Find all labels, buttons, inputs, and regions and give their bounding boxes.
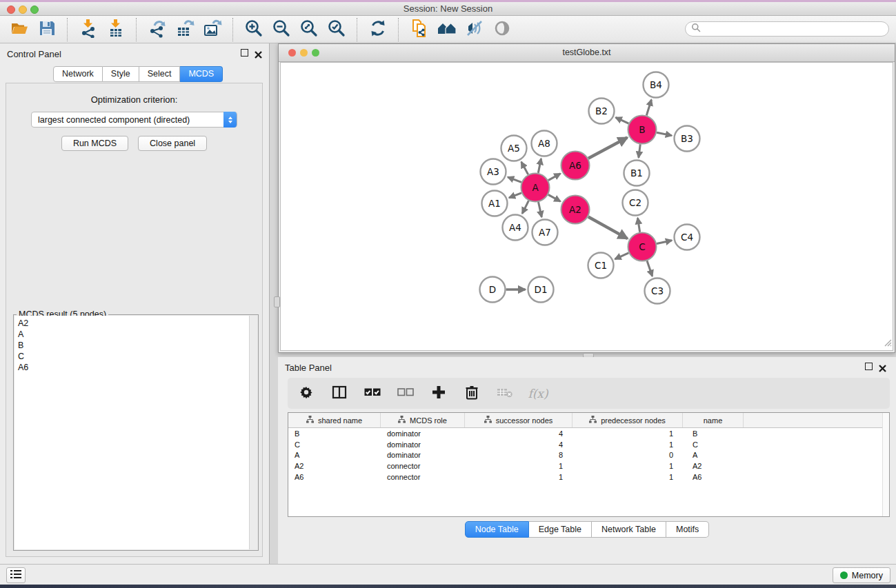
graph-node-D1[interactable]: D1: [528, 277, 554, 303]
zoom-selected-button[interactable]: [324, 18, 349, 41]
column-header-shared-name[interactable]: shared name: [288, 413, 381, 427]
window-resize-grip[interactable]: [882, 337, 892, 349]
mcds-result-item[interactable]: C: [18, 351, 250, 362]
graph-edge-B-B3[interactable]: [657, 132, 672, 135]
function-builder-button[interactable]: f(x): [529, 385, 547, 403]
mcds-result-item[interactable]: A2: [18, 318, 250, 329]
zoom-in-button[interactable]: [241, 18, 266, 41]
graph-node-C1[interactable]: C1: [588, 253, 614, 278]
result-scrollbar[interactable]: [249, 316, 257, 549]
graph-edge-A-A6[interactable]: [548, 174, 561, 181]
column-header-predecessor-nodes[interactable]: predecessor nodes: [573, 413, 683, 427]
table-settings-button[interactable]: [297, 385, 315, 403]
export-image-button[interactable]: [200, 18, 225, 41]
graph-node-B1[interactable]: B1: [624, 161, 650, 186]
tab-network[interactable]: Network: [53, 66, 103, 82]
table-row[interactable]: A6connector11A6: [288, 472, 889, 483]
graph-node-A2[interactable]: A2: [561, 196, 590, 224]
add-column-button[interactable]: [430, 385, 448, 403]
search-box[interactable]: [685, 21, 889, 37]
graph-edge-C-C3[interactable]: [647, 261, 653, 276]
graph-node-C3[interactable]: C3: [645, 278, 670, 304]
search-input[interactable]: [704, 23, 888, 35]
graph-edge-B-B2[interactable]: [616, 117, 629, 123]
tab-edge-table[interactable]: Edge Table: [529, 521, 592, 538]
graph-edge-A-A1[interactable]: [509, 193, 521, 198]
export-table-button[interactable]: [172, 18, 197, 41]
graph-node-A3[interactable]: A3: [481, 159, 506, 185]
mcds-result-item[interactable]: B: [18, 340, 250, 351]
task-history-button[interactable]: [6, 567, 26, 583]
graph-node-A[interactable]: A: [521, 174, 550, 202]
zoom-out-button[interactable]: [269, 18, 294, 41]
column-panel-button[interactable]: [330, 385, 348, 403]
graph-edge-C-C2[interactable]: [638, 218, 640, 232]
tab-style[interactable]: Style: [103, 66, 139, 82]
graph-edge-A-A5[interactable]: [521, 162, 528, 174]
graph-node-B2[interactable]: B2: [589, 99, 615, 124]
save-session-button[interactable]: [34, 18, 59, 41]
tab-select[interactable]: Select: [139, 66, 181, 82]
mcds-result-item[interactable]: A: [18, 329, 250, 340]
graph-node-A8[interactable]: A8: [532, 131, 557, 156]
table-row[interactable]: Adominator80A: [288, 449, 889, 460]
mcds-result-item[interactable]: A6: [18, 362, 250, 373]
zoom-fit-button[interactable]: [297, 18, 321, 41]
graph-edge-C-C4[interactable]: [657, 241, 672, 244]
refresh-layout-button[interactable]: [366, 18, 390, 41]
export-network-button[interactable]: [145, 18, 170, 41]
table-row[interactable]: Bdominator41B: [288, 428, 889, 439]
graph-edge-A-A2[interactable]: [548, 194, 561, 201]
show-graphics-button[interactable]: [490, 18, 515, 41]
table-scrollbar[interactable]: [882, 413, 889, 516]
graph-node-A7[interactable]: A7: [532, 220, 558, 245]
graph-node-B4[interactable]: B4: [644, 72, 669, 98]
open-session-button[interactable]: [7, 18, 32, 41]
graph-edge-A2-C[interactable]: [588, 217, 628, 239]
table-row[interactable]: A2connector11A2: [288, 460, 889, 472]
import-network-button[interactable]: [76, 18, 101, 41]
select-all-button[interactable]: [364, 385, 381, 403]
graph-edge-A-A3[interactable]: [508, 177, 521, 183]
graph-node-A6[interactable]: A6: [561, 152, 590, 180]
float-panel-icon[interactable]: [241, 49, 248, 57]
graph-node-A4[interactable]: A4: [503, 215, 528, 241]
home-views-button[interactable]: [435, 18, 459, 41]
criterion-dropdown[interactable]: largest connected component (directed): [31, 112, 237, 128]
graph-edge-A-A7[interactable]: [539, 202, 542, 217]
close-panel-icon[interactable]: [255, 49, 262, 57]
network-canvas[interactable]: B4B2BB3A5A8A6A3B1AA1C2A2A4A7C4CC1DD1C3: [280, 62, 893, 351]
clone-network-button[interactable]: [407, 18, 432, 41]
tab-motifs[interactable]: Motifs: [666, 521, 709, 538]
graph-edge-C-C1[interactable]: [615, 253, 629, 259]
float-table-panel-icon[interactable]: [865, 363, 873, 370]
network-graph[interactable]: B4B2BB3A5A8A6A3B1AA1C2A2A4A7C4CC1DD1C3: [281, 63, 894, 352]
memory-button[interactable]: Memory: [833, 567, 890, 583]
delete-table-button[interactable]: [496, 385, 514, 403]
tab-network-table[interactable]: Network Table: [592, 521, 666, 538]
delete-column-button[interactable]: [463, 385, 481, 403]
table-row[interactable]: Cdominator41C: [288, 439, 889, 450]
graph-edge-A-A8[interactable]: [538, 159, 541, 173]
hide-neighbors-button[interactable]: [462, 18, 487, 41]
graph-edge-A6-B[interactable]: [588, 138, 628, 159]
import-table-button[interactable]: [103, 18, 128, 41]
graph-node-C2[interactable]: C2: [623, 190, 648, 216]
graph-node-B[interactable]: B: [628, 116, 657, 144]
graph-node-A1[interactable]: A1: [482, 191, 508, 216]
run-mcds-button[interactable]: Run MCDS: [61, 136, 128, 151]
column-header-name[interactable]: name: [683, 413, 744, 427]
graph-edge-B-B4[interactable]: [646, 100, 651, 116]
tab-node-table[interactable]: Node Table: [465, 521, 529, 538]
column-header-MCDS-role[interactable]: MCDS role: [381, 413, 465, 427]
close-table-panel-icon[interactable]: [879, 363, 886, 370]
column-header-successor-nodes[interactable]: successor nodes: [465, 413, 573, 427]
graph-node-A5[interactable]: A5: [501, 136, 527, 161]
vertical-divider-handle[interactable]: [274, 296, 280, 307]
graph-edge-A-A4[interactable]: [522, 201, 528, 214]
graph-edge-B-B1[interactable]: [639, 144, 641, 157]
tab-mcds[interactable]: MCDS: [180, 66, 223, 82]
graph-node-D[interactable]: D: [480, 277, 506, 303]
graph-node-B3[interactable]: B3: [675, 126, 700, 152]
close-panel-button[interactable]: Close panel: [138, 136, 207, 151]
